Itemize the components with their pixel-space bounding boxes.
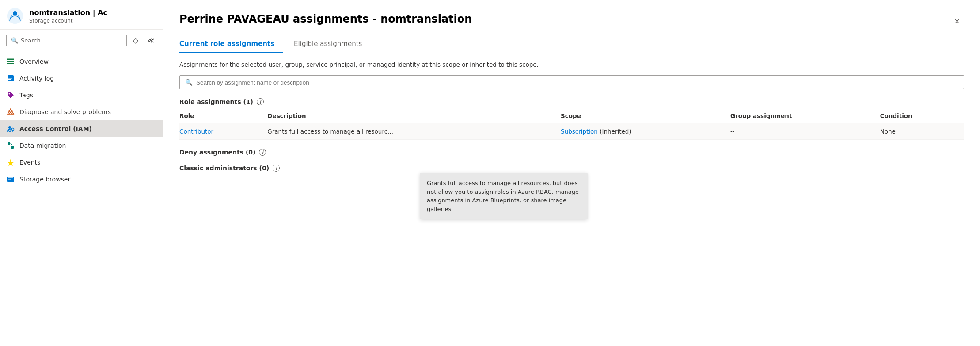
svg-point-14 — [12, 128, 14, 131]
tooltip-text: Grants full access to manage all resourc… — [427, 180, 579, 212]
table-header-row: Role Description Scope Group assignment … — [179, 109, 964, 123]
role-assignments-section: Role assignments (1) i — [179, 98, 964, 105]
nav-menu: Overview Activity log Tags Diagnose and … — [0, 51, 163, 346]
svg-marker-19 — [7, 159, 14, 166]
svg-rect-21 — [8, 177, 13, 178]
collapse-button[interactable]: ◇ — [129, 34, 142, 46]
col-description: Description — [267, 109, 561, 123]
assignments-dialog: Perrine PAVAGEAU assignments - nomtransl… — [163, 0, 980, 346]
cell-role: Contributor — [179, 123, 267, 140]
deny-assignments-label: Deny assignments (0) — [179, 149, 255, 156]
svg-rect-2 — [7, 59, 14, 60]
data-migration-icon — [6, 141, 15, 150]
cell-description: Grants full access to manage all resourc… — [267, 123, 561, 140]
tags-label: Tags — [19, 92, 33, 99]
contributor-tooltip: Grants full access to manage all resourc… — [420, 173, 588, 219]
sidebar-item-tags[interactable]: Tags — [0, 87, 163, 104]
tab-eligible-assignments[interactable]: Eligible assignments — [294, 35, 371, 53]
chevron-left-icon: ≪ — [147, 36, 155, 45]
tags-icon — [6, 91, 15, 100]
sidebar-item-storage-browser[interactable]: Storage browser — [0, 171, 163, 188]
svg-rect-5 — [7, 58, 14, 59]
role-assignments-label: Role assignments (1) — [179, 98, 253, 105]
table-row: Contributor Grants full access to manage… — [179, 123, 964, 140]
search-icon: 🔍 — [185, 79, 193, 86]
assignment-search-input[interactable] — [196, 79, 958, 86]
sidebar-resource-name: nomtranslation | Ac — [29, 8, 157, 17]
sidebar-resource-subtitle: Storage account — [29, 18, 157, 24]
sidebar-item-data-migration[interactable]: Data migration — [0, 137, 163, 154]
diamond-icon: ◇ — [133, 36, 138, 45]
sidebar-item-events[interactable]: Events — [0, 154, 163, 171]
access-control-label: Access Control (IAM) — [19, 125, 92, 132]
main-panel: Perrine PAVAGEAU assignments - nomtransl… — [163, 0, 980, 346]
col-group-assignment: Group assignment — [730, 109, 880, 123]
description-value: Grants full access to manage all resourc… — [267, 128, 393, 135]
classic-admins-section: Classic administrators (0) i — [179, 165, 964, 172]
classic-admins-label: Classic administrators (0) — [179, 165, 269, 172]
close-button[interactable]: × — [950, 14, 964, 28]
events-icon — [6, 158, 15, 167]
storage-browser-label: Storage browser — [19, 176, 70, 183]
deny-assignments-info-icon[interactable]: i — [259, 149, 266, 156]
classic-admins-info-icon[interactable]: i — [273, 165, 280, 172]
cell-scope: Subscription (Inherited) — [561, 123, 730, 140]
sidebar-search-box[interactable]: 🔍 Search — [6, 35, 127, 46]
sidebar-item-overview[interactable]: Overview — [0, 53, 163, 70]
sidebar-item-access-control[interactable]: Access Control (IAM) — [0, 120, 163, 137]
sidebar-header: nomtranslation | Ac Storage account — [0, 0, 163, 30]
activity-log-label: Activity log — [19, 75, 54, 82]
cell-condition: None — [880, 123, 964, 140]
deny-assignments-label-row: Deny assignments (0) i — [179, 149, 964, 156]
svg-point-10 — [9, 93, 10, 95]
svg-rect-4 — [7, 63, 14, 64]
access-control-icon — [6, 124, 15, 133]
subscription-link[interactable]: Subscription — [561, 128, 598, 135]
search-icon: 🔍 — [11, 37, 18, 44]
assignments-table: Role Description Scope Group assignment … — [179, 109, 964, 140]
diagnose-label: Diagnose and solve problems — [19, 108, 111, 115]
overview-icon — [6, 57, 15, 66]
svg-rect-17 — [8, 142, 10, 145]
sidebar: nomtranslation | Ac Storage account 🔍 Se… — [0, 0, 163, 346]
tab-current-role-assignments[interactable]: Current role assignments — [179, 35, 283, 53]
sidebar-item-diagnose[interactable]: Diagnose and solve problems — [0, 104, 163, 120]
svg-point-1 — [13, 11, 17, 15]
svg-point-16 — [9, 130, 11, 132]
overview-label: Overview — [19, 58, 49, 65]
col-scope: Scope — [561, 109, 730, 123]
events-label: Events — [19, 159, 40, 166]
col-role: Role — [179, 109, 267, 123]
svg-rect-8 — [8, 78, 12, 79]
svg-rect-18 — [11, 146, 14, 149]
contributor-link[interactable]: Contributor — [179, 128, 213, 135]
activity-log-icon — [6, 74, 15, 83]
collapse-arrow-button[interactable]: ≪ — [144, 34, 157, 46]
svg-point-13 — [8, 126, 11, 129]
scope-suffix: (Inherited) — [598, 128, 631, 135]
svg-rect-3 — [7, 61, 14, 62]
sidebar-search-label: Search — [21, 37, 41, 44]
data-migration-label: Data migration — [19, 142, 66, 149]
classic-admins-label-row: Classic administrators (0) i — [179, 165, 964, 172]
description-text: Assignments for the selected user, group… — [179, 60, 964, 69]
role-assignments-info-icon[interactable]: i — [257, 98, 264, 105]
sidebar-item-activity-log[interactable]: Activity log — [0, 70, 163, 87]
tabs-row: Current role assignments Eligible assign… — [179, 35, 964, 53]
cell-group-assignment: -- — [730, 123, 880, 140]
sidebar-title-group: nomtranslation | Ac Storage account — [29, 8, 157, 24]
svg-rect-7 — [8, 77, 13, 77]
svg-rect-22 — [8, 179, 11, 180]
assignment-search-box[interactable]: 🔍 — [179, 75, 964, 89]
dialog-header: Perrine PAVAGEAU assignments - nomtransl… — [163, 0, 980, 35]
diagnose-icon — [6, 108, 15, 116]
col-condition: Condition — [880, 109, 964, 123]
resource-icon — [6, 7, 24, 25]
dialog-title: Perrine PAVAGEAU assignments - nomtransl… — [179, 12, 472, 26]
sidebar-search-row: 🔍 Search ◇ ≪ — [0, 30, 163, 51]
storage-browser-icon — [6, 175, 15, 184]
svg-rect-9 — [8, 79, 11, 80]
deny-assignments-section: Deny assignments (0) i — [179, 149, 964, 156]
